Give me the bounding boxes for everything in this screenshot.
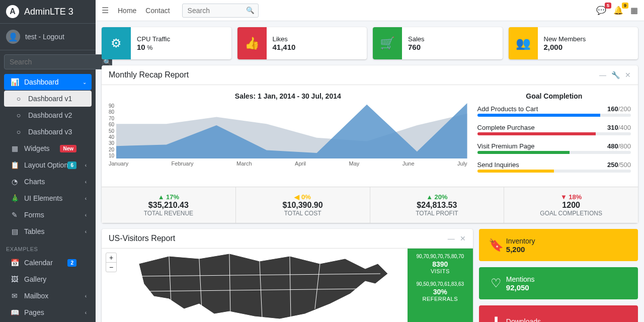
main: ☰ Home Contact 🔍 💬5 🔔9 ▦ ⚙ CPU Traffic10… bbox=[96, 0, 644, 322]
notifications-icon[interactable]: 🔔9 bbox=[613, 6, 623, 15]
gear-icon: ⚙ bbox=[102, 27, 131, 59]
envelope-icon: ✉ bbox=[9, 292, 20, 300]
cart-icon: 🛒 bbox=[373, 27, 402, 59]
chevron-left-icon: ‹ bbox=[85, 310, 87, 315]
th-icon: ▦ bbox=[9, 144, 20, 152]
us-map[interactable]: + − bbox=[102, 249, 408, 322]
report-footer: ▲ 17% $35,210.43 TOTAL REVENUE ◀ 0% $10,… bbox=[102, 187, 638, 223]
right-col: 🔖 Inventory5,200 ♡ Mentions92,050 ⬇ Down… bbox=[479, 229, 638, 322]
brand-text: AdminLTE 3 bbox=[24, 7, 73, 17]
nav-badge: 6 bbox=[67, 162, 76, 169]
collapse-icon[interactable]: — bbox=[448, 234, 455, 243]
nav-item-ui-elements[interactable]: 🎄UI Elements‹ bbox=[4, 190, 92, 206]
table-icon: ▤ bbox=[9, 227, 20, 235]
menu-toggle-icon[interactable]: ☰ bbox=[102, 6, 109, 15]
nav-item-forms[interactable]: ✎Forms‹ bbox=[4, 207, 92, 223]
users-icon: 👥 bbox=[509, 27, 538, 59]
goal-add-products-to-cart: Add Products to Cart160/200 bbox=[477, 105, 631, 117]
fullscreen-icon[interactable]: ▦ bbox=[630, 6, 638, 15]
nav-item-widgets[interactable]: ▦WidgetsNew bbox=[4, 140, 92, 156]
map-stats: 90,70,90,70,75,80,708390VISITS90,50,90,7… bbox=[408, 249, 473, 322]
topbar-search: 🔍 bbox=[182, 4, 259, 18]
nav-item-layout-options[interactable]: 📋Layout Options6‹ bbox=[4, 157, 92, 173]
goal-visit-premium-page: Visit Premium Page480/800 bbox=[477, 142, 631, 154]
book-icon: 📖 bbox=[9, 308, 20, 316]
nav-main: 📊Dashboard⌄○Dashboard v1○Dashboard v2○Da… bbox=[0, 73, 96, 240]
pie-icon: ◔ bbox=[9, 178, 20, 186]
info-row: ⚙ CPU Traffic10 % 👍 Likes41,410 🛒 Sales7… bbox=[102, 27, 638, 59]
tree-icon: 🎄 bbox=[9, 194, 20, 202]
nav-badge: 2 bbox=[67, 259, 76, 267]
speedometer-icon: 📊 bbox=[9, 78, 20, 86]
visitors-card: US-Visitors Report — ✕ + − bbox=[102, 229, 473, 322]
nav-home[interactable]: Home bbox=[118, 7, 136, 15]
heart-icon: ♡ bbox=[486, 276, 506, 290]
small-box-inventory[interactable]: 🔖 Inventory5,200 bbox=[479, 229, 638, 261]
messages-icon[interactable]: 💬5 bbox=[596, 6, 606, 15]
circle-icon: ○ bbox=[13, 95, 24, 103]
small-box-downloads[interactable]: ⬇ Downloads bbox=[479, 305, 638, 322]
circle-icon: ○ bbox=[13, 111, 24, 119]
nav-header: EXAMPLES bbox=[0, 240, 96, 254]
collapse-icon[interactable]: — bbox=[599, 71, 606, 79]
close-icon[interactable]: ✕ bbox=[625, 71, 631, 79]
brand-logo-icon: A bbox=[6, 5, 19, 18]
card-title: Monthly Recap Report bbox=[109, 70, 599, 79]
goal-completion: Goal Completion Add Products to Cart160/… bbox=[477, 92, 631, 180]
small-box-mentions[interactable]: ♡ Mentions92,050 bbox=[479, 267, 638, 299]
nav-item-dashboard[interactable]: 📊Dashboard⌄ bbox=[4, 74, 92, 90]
topbar-search-input[interactable] bbox=[183, 4, 243, 17]
user-panel[interactable]: 👤 test - Logout bbox=[0, 24, 96, 50]
chevron-left-icon: ‹ bbox=[85, 293, 87, 299]
goal-send-inquiries: Send Inquiries250/500 bbox=[477, 161, 631, 173]
avatar-icon: 👤 bbox=[6, 30, 20, 44]
stat-goal-completions: ▼ 18% 1200 GOAL COMPLETIONS bbox=[504, 187, 638, 223]
nav-item-calendar[interactable]: 📅Calendar2 bbox=[4, 255, 92, 271]
image-icon: 🖼 bbox=[9, 275, 20, 283]
info-box-new-members: 👥 New Members2,000 bbox=[509, 27, 638, 59]
calendar-icon: 📅 bbox=[9, 259, 20, 267]
nav-item-dashboard-v2[interactable]: ○Dashboard v2 bbox=[4, 107, 92, 123]
edit-icon: ✎ bbox=[9, 211, 20, 219]
content: ⚙ CPU Traffic10 % 👍 Likes41,410 🛒 Sales7… bbox=[96, 21, 644, 322]
circle-icon: ○ bbox=[13, 128, 24, 136]
goal-complete-purchase: Complete Purchase310/400 bbox=[477, 124, 631, 135]
monthly-recap-card: Monthly Recap Report — 🔧 ✕ Sales: 1 Jan,… bbox=[102, 65, 638, 223]
sidebar: A AdminLTE 3 👤 test - Logout 🔍 📊Dashboar… bbox=[0, 0, 96, 322]
messages-badge: 5 bbox=[605, 3, 611, 9]
nav-item-gallery[interactable]: 🖼Gallery bbox=[4, 271, 92, 287]
brand[interactable]: A AdminLTE 3 bbox=[0, 0, 96, 24]
sidebar-search-input[interactable] bbox=[4, 54, 103, 69]
stat-total-profit: ▲ 20% $24,813.53 TOTAL PROFIT bbox=[370, 187, 505, 223]
sidebar-search: 🔍 bbox=[0, 50, 96, 73]
stat-total-revenue: ▲ 17% $35,210.43 TOTAL REVENUE bbox=[102, 187, 236, 223]
settings-icon[interactable]: 🔧 bbox=[611, 71, 620, 79]
nav-item-pages[interactable]: 📖Pages‹ bbox=[4, 304, 92, 320]
download-icon: ⬇ bbox=[486, 314, 506, 322]
topbar-search-button[interactable]: 🔍 bbox=[243, 7, 258, 14]
notifications-badge: 9 bbox=[622, 3, 628, 9]
nav-item-charts[interactable]: ◔Charts‹ bbox=[4, 174, 92, 190]
chevron-left-icon: ‹ bbox=[85, 229, 87, 234]
info-box-cpu-traffic: ⚙ CPU Traffic10 % bbox=[102, 27, 231, 59]
copy-icon: 📋 bbox=[9, 161, 20, 169]
sales-chart: Sales: 1 Jan, 2014 - 30 Jul, 2014 908070… bbox=[109, 92, 467, 180]
goal-title: Goal Completion bbox=[477, 92, 631, 100]
topbar: ☰ Home Contact 🔍 💬5 🔔9 ▦ bbox=[96, 0, 644, 21]
map-zoom: + − bbox=[106, 253, 117, 272]
visitors-title: US-Visitors Report bbox=[109, 234, 448, 243]
chevron-left-icon: ‹ bbox=[85, 163, 87, 168]
nav-examples: 📅Calendar2🖼Gallery✉Mailbox‹📖Pages‹ bbox=[0, 254, 96, 321]
close-icon[interactable]: ✕ bbox=[460, 234, 466, 243]
chart-title: Sales: 1 Jan, 2014 - 30 Jul, 2014 bbox=[109, 92, 467, 100]
nav-contact[interactable]: Contact bbox=[145, 7, 170, 15]
zoom-in-button[interactable]: + bbox=[106, 253, 116, 263]
user-name: test - Logout bbox=[25, 33, 64, 41]
nav-item-dashboard-v3[interactable]: ○Dashboard v3 bbox=[4, 124, 92, 140]
chevron-down-icon: ⌄ bbox=[83, 79, 87, 85]
zoom-out-button[interactable]: − bbox=[106, 263, 116, 272]
info-box-likes: 👍 Likes41,410 bbox=[237, 27, 367, 59]
nav-item-tables[interactable]: ▤Tables‹ bbox=[4, 223, 92, 239]
nav-item-dashboard-v1[interactable]: ○Dashboard v1 bbox=[4, 91, 92, 107]
nav-item-mailbox[interactable]: ✉Mailbox‹ bbox=[4, 288, 92, 304]
